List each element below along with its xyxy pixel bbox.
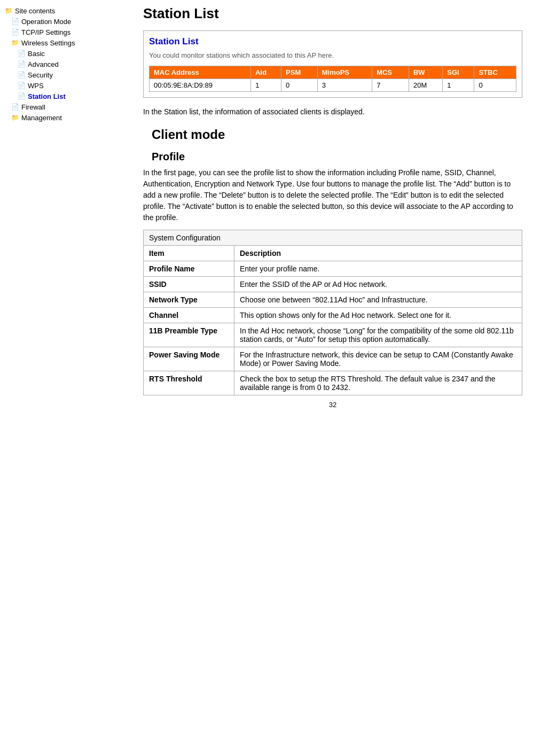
sidebar-label-wps: WPS bbox=[28, 82, 44, 90]
doc-icon-basic: 📄 bbox=[17, 49, 26, 58]
sidebar-item-site-contents[interactable]: 📁 Site contents bbox=[0, 5, 132, 16]
config-row-rts: RTS Threshold Check the box to setup the… bbox=[144, 371, 522, 395]
cell-aid: 1 bbox=[251, 79, 281, 92]
station-list-desc-box: You could monitor stations which associa… bbox=[149, 51, 516, 59]
config-row-preamble: 11B Preamble Type In the Ad Hoc network,… bbox=[144, 323, 522, 347]
doc-icon-firewall: 📄 bbox=[11, 103, 19, 111]
doc-icon-operation-mode: 📄 bbox=[11, 17, 19, 26]
doc-icon-station-list: 📄 bbox=[17, 92, 26, 100]
config-item-preamble: 11B Preamble Type bbox=[144, 323, 234, 347]
doc-icon-advanced: 📄 bbox=[17, 60, 26, 68]
page-title: Station List bbox=[143, 5, 522, 22]
col-bw: BW bbox=[409, 66, 442, 79]
config-item-power-saving: Power Saving Mode bbox=[144, 347, 234, 371]
sidebar-item-firewall[interactable]: 📄 Firewall bbox=[0, 102, 132, 112]
config-row-channel: Channel This option shows only for the A… bbox=[144, 308, 522, 323]
station-list-heading: Station List bbox=[149, 36, 516, 47]
sidebar-item-management[interactable]: 📁 Management bbox=[0, 112, 132, 123]
config-row-network-type: Network Type Choose one between “802.11A… bbox=[144, 292, 522, 308]
config-desc-rts: Check the box to setup the RTS Threshold… bbox=[234, 371, 522, 395]
sidebar-item-wps[interactable]: 📄 WPS bbox=[0, 80, 132, 91]
col-stbc: STBC bbox=[474, 66, 516, 79]
sidebar-label-management: Management bbox=[21, 114, 62, 122]
col-sgi: SGI bbox=[443, 66, 474, 79]
station-table: MAC Address Aid PSM MimoPS MCS BW SGI ST… bbox=[149, 66, 516, 92]
col-mimops: MimoPS bbox=[317, 66, 372, 79]
col-psm: PSM bbox=[281, 66, 318, 79]
sidebar-label-security: Security bbox=[28, 71, 53, 79]
sidebar-label-station-list: Station List bbox=[28, 92, 66, 100]
doc-icon-tcpip: 📄 bbox=[11, 28, 19, 36]
cell-mac: 00:05:9E:8A:D9:89 bbox=[150, 79, 251, 92]
config-row-ssid: SSID Enter the SSID of the AP or Ad Hoc … bbox=[144, 277, 522, 292]
sidebar-item-security[interactable]: 📄 Security bbox=[0, 69, 132, 80]
config-item-profile-name: Profile Name bbox=[144, 261, 234, 277]
sidebar-item-tcpip[interactable]: 📄 TCP/IP Settings bbox=[0, 27, 132, 37]
config-desc-ssid: Enter the SSID of the AP or Ad Hoc netwo… bbox=[234, 277, 522, 292]
table-row: 00:05:9E:8A:D9:89 1 0 3 7 20M 1 0 bbox=[150, 79, 516, 92]
sidebar-item-advanced[interactable]: 📄 Advanced bbox=[0, 59, 132, 69]
config-desc-preamble: In the Ad Hoc network, choose “Long” for… bbox=[234, 323, 522, 347]
doc-icon-security: 📄 bbox=[17, 71, 26, 79]
config-col-desc-header: Description bbox=[234, 246, 522, 261]
config-section-header-row: System Configuration bbox=[144, 230, 522, 246]
config-section-header: System Configuration bbox=[144, 230, 522, 246]
client-mode-heading: Client mode bbox=[152, 127, 522, 142]
sidebar-item-station-list[interactable]: 📄 Station List bbox=[0, 91, 132, 102]
sidebar-label-basic: Basic bbox=[28, 50, 45, 58]
folder-icon: 📁 bbox=[4, 6, 13, 15]
page-number: 32 bbox=[329, 401, 336, 409]
folder-icon-management: 📁 bbox=[11, 113, 19, 122]
main-content: Station List Station List You could moni… bbox=[132, 0, 533, 756]
cell-mimops: 3 bbox=[317, 79, 372, 92]
sidebar-item-wireless-settings[interactable]: 📁 Wireless Settings bbox=[0, 37, 132, 48]
doc-icon-wps: 📄 bbox=[17, 81, 26, 90]
station-list-description: In the Station list, the information of … bbox=[143, 106, 522, 118]
col-mac-address: MAC Address bbox=[150, 66, 251, 79]
sidebar-label-advanced: Advanced bbox=[28, 60, 59, 68]
config-row-power-saving: Power Saving Mode For the Infrastructure… bbox=[144, 347, 522, 371]
config-desc-channel: This option shows only for the Ad Hoc ne… bbox=[234, 308, 522, 323]
col-aid: Aid bbox=[251, 66, 281, 79]
station-list-box: Station List You could monitor stations … bbox=[143, 30, 522, 98]
sidebar-label-site-contents: Site contents bbox=[15, 7, 55, 15]
cell-psm: 0 bbox=[281, 79, 318, 92]
config-col-item-header: Item bbox=[144, 246, 234, 261]
config-item-rts: RTS Threshold bbox=[144, 371, 234, 395]
sidebar-label-wireless: Wireless Settings bbox=[21, 39, 75, 47]
config-item-network-type: Network Type bbox=[144, 292, 234, 308]
col-mcs: MCS bbox=[372, 66, 409, 79]
profile-heading: Profile bbox=[152, 151, 522, 163]
sidebar-label-operation-mode: Operation Mode bbox=[21, 18, 71, 26]
config-desc-profile-name: Enter your profile name. bbox=[234, 261, 522, 277]
sidebar-item-basic[interactable]: 📄 Basic bbox=[0, 48, 132, 59]
config-header-row: Item Description bbox=[144, 246, 522, 261]
config-item-channel: Channel bbox=[144, 308, 234, 323]
sidebar-label-tcpip: TCP/IP Settings bbox=[21, 28, 70, 36]
sidebar-item-operation-mode[interactable]: 📄 Operation Mode bbox=[0, 16, 132, 27]
config-table: System Configuration Item Description Pr… bbox=[143, 230, 522, 395]
sidebar: 📁 Site contents 📄 Operation Mode 📄 TCP/I… bbox=[0, 0, 132, 756]
folder-icon-wireless: 📁 bbox=[11, 38, 19, 47]
config-desc-power-saving: For the Infrastructure network, this dev… bbox=[234, 347, 522, 371]
sidebar-label-firewall: Firewall bbox=[21, 103, 45, 111]
page-footer: 32 bbox=[143, 395, 522, 414]
config-row-profile-name: Profile Name Enter your profile name. bbox=[144, 261, 522, 277]
cell-mcs: 7 bbox=[372, 79, 409, 92]
profile-intro-text: In the first page, you can see the profi… bbox=[143, 167, 522, 223]
cell-stbc: 0 bbox=[474, 79, 516, 92]
config-desc-network-type: Choose one between “802.11Ad Hoc” and In… bbox=[234, 292, 522, 308]
cell-bw: 20M bbox=[409, 79, 442, 92]
config-item-ssid: SSID bbox=[144, 277, 234, 292]
cell-sgi: 1 bbox=[443, 79, 474, 92]
